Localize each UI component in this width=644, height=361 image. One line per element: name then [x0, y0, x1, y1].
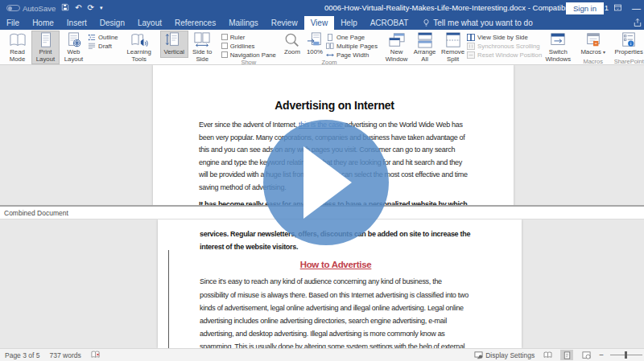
side-to-side-icon: [192, 32, 212, 48]
print-layout-view-icon[interactable]: [560, 350, 573, 360]
read-mode-view-icon[interactable]: [541, 350, 554, 360]
tab-layout[interactable]: Layout: [131, 16, 168, 30]
gridlines-checkbox[interactable]: Gridlines: [221, 42, 276, 50]
properties-icon: [619, 32, 638, 48]
tab-references[interactable]: References: [168, 16, 222, 30]
paragraph-3: Since it's easy to reach any kind of aud…: [200, 275, 472, 348]
word-window: { "titlebar": { "autosave_label": "AutoS…: [0, 0, 644, 361]
macros-icon: [584, 32, 603, 48]
draft-button[interactable]: Draft: [88, 42, 118, 50]
tab-home[interactable]: Home: [26, 16, 60, 30]
navigation-pane-checkbox-icon: [221, 51, 228, 58]
side-to-side-button[interactable]: Side to Side: [188, 31, 217, 64]
ribbon-tabs: File Home Insert Design Layout Reference…: [0, 16, 644, 30]
print-layout-icon: [36, 32, 56, 48]
web-layout-icon: [64, 32, 84, 48]
minimize-icon[interactable]: —: [632, 3, 641, 13]
autosave-label: AutoSave: [23, 4, 56, 13]
zoom-slider[interactable]: [610, 355, 642, 355]
synchronous-scrolling-button: Synchronous Scrolling: [467, 42, 542, 50]
customize-qat-icon[interactable]: ▾: [100, 4, 103, 12]
tell-me-box[interactable]: Tell me what you want to do: [415, 16, 540, 30]
tab-file[interactable]: File: [0, 16, 26, 30]
ribbon-display-options-icon[interactable]: [613, 3, 622, 14]
outline-icon: [88, 34, 96, 41]
grammar-flag: really: [246, 200, 263, 207]
arrange-all-button[interactable]: Arrange All: [411, 31, 439, 64]
multiple-pages-icon: [326, 43, 334, 50]
title-bar: AutoSave ↶ ⟳ ▾ 0006-How-Virtual-Reality-…: [0, 0, 644, 16]
tab-review[interactable]: Review: [265, 16, 304, 30]
tab-insert[interactable]: Insert: [60, 16, 93, 30]
properties-button[interactable]: Properties: [612, 31, 644, 58]
autosave-toggle[interactable]: AutoSave: [6, 4, 56, 13]
undo-icon[interactable]: ↶: [75, 4, 81, 12]
group-show: Ruler Gridlines Navigation Pane Show: [220, 30, 278, 64]
tab-design[interactable]: Design: [93, 16, 131, 30]
one-page-icon: [326, 34, 334, 41]
outline-button[interactable]: Outline: [88, 33, 118, 41]
dropdown-icon: ▾: [603, 50, 605, 55]
arrange-all-icon: [415, 32, 435, 48]
group-zoom: Zoom 100% One Page Multiple Pages Page W…: [279, 30, 379, 64]
web-layout-view-icon[interactable]: [580, 350, 592, 360]
vertical-button[interactable]: Vertical: [160, 31, 188, 58]
zoom-100-button[interactable]: 100%: [303, 31, 326, 58]
group-views: Read Mode Print Layout Web Layout Outlin…: [2, 30, 120, 64]
group-label-sharepoint: SharePoint: [612, 58, 644, 65]
new-window-button[interactable]: New Window: [382, 31, 411, 64]
page-width-button[interactable]: Page Width: [326, 51, 378, 59]
page-indicator[interactable]: Page 3 of 5: [5, 351, 39, 359]
combined-document-label: Combined Document: [4, 209, 68, 217]
learning-tools-button[interactable]: Learning Tools: [123, 31, 155, 64]
navigation-pane-checkbox[interactable]: Navigation Pane: [221, 51, 276, 59]
ribbon: Read Mode Print Layout Web Layout Outlin…: [0, 30, 644, 65]
group-label-macros: Macros: [579, 58, 607, 65]
page-width-icon: [326, 51, 334, 59]
proofing-errors-icon[interactable]: [91, 351, 100, 360]
web-layout-button[interactable]: Web Layout: [60, 31, 88, 64]
view-side-by-side-icon: [467, 34, 475, 41]
redo-icon[interactable]: ⟳: [88, 4, 94, 12]
reset-window-position-button: Reset Window Position: [467, 51, 542, 59]
sign-in-button[interactable]: Sign in: [566, 2, 604, 14]
ruler-checkbox-icon: [221, 34, 228, 40]
new-window-icon: [387, 32, 407, 48]
view-side-by-side-button[interactable]: View Side by Side: [467, 33, 542, 41]
zoom-magnifier-icon: [283, 32, 301, 48]
print-layout-button[interactable]: Print Layout: [31, 31, 60, 64]
play-icon: [303, 146, 352, 219]
reset-window-position-icon: [467, 51, 475, 59]
zoom-out-icon[interactable]: −: [599, 351, 604, 359]
zoom-slider-thumb[interactable]: [625, 351, 627, 359]
remove-split-button[interactable]: Remove Split: [439, 31, 467, 64]
read-mode-button[interactable]: Read Mode: [3, 31, 31, 64]
share-icon[interactable]: [633, 18, 642, 29]
vertical-icon: [164, 32, 184, 48]
document-heading: Advertising on Internet: [199, 99, 470, 112]
ruler-checkbox[interactable]: Ruler: [221, 33, 276, 41]
one-page-button[interactable]: One Page: [326, 33, 378, 41]
tab-view[interactable]: View: [304, 16, 335, 30]
lightbulb-icon: [423, 18, 430, 27]
macros-button[interactable]: Macros ▾: [579, 31, 607, 58]
word-count[interactable]: 737 words: [49, 351, 80, 359]
display-settings-icon: [474, 351, 483, 359]
save-icon[interactable]: [61, 3, 69, 13]
zoom-button[interactable]: Zoom: [281, 31, 303, 58]
tracked-change-bar: [168, 250, 169, 348]
synchronous-scrolling-icon: [467, 43, 475, 50]
tab-help[interactable]: Help: [334, 16, 364, 30]
play-button[interactable]: [263, 120, 389, 245]
switch-windows-icon: [548, 32, 568, 48]
tab-mailings[interactable]: Mailings: [222, 16, 265, 30]
gridlines-checkbox-icon: [221, 43, 228, 49]
draft-icon: [88, 43, 96, 50]
group-page-movement: Vertical Side to Side Page Movement: [159, 30, 218, 64]
read-mode-icon: [8, 32, 27, 48]
tab-acrobat[interactable]: ACROBAT: [364, 16, 415, 30]
document-subheading: How to Advertise: [200, 260, 472, 269]
display-settings-button[interactable]: Display Settings: [474, 351, 535, 359]
group-sharepoint: Properties SharePoint: [610, 30, 644, 64]
multiple-pages-button[interactable]: Multiple Pages: [326, 42, 378, 50]
